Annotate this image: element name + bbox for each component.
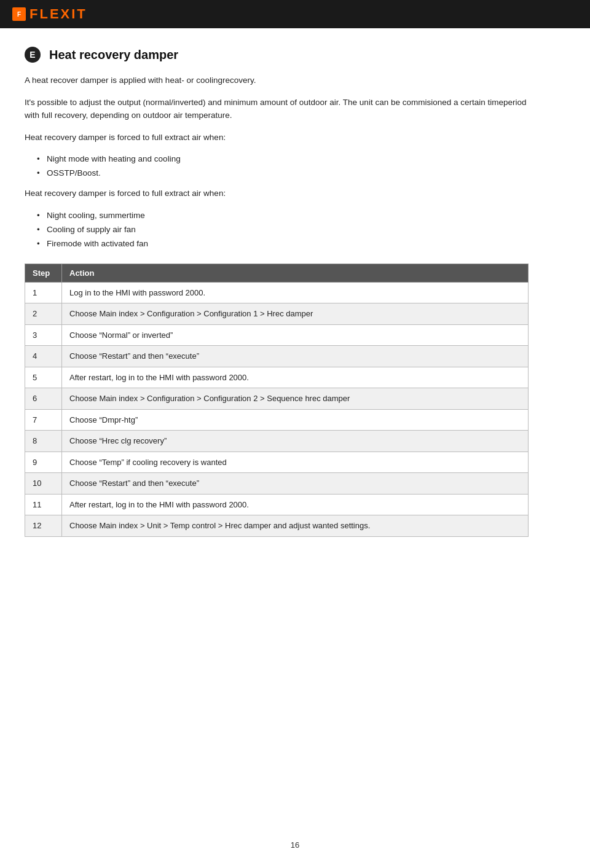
step-cell: 12 bbox=[25, 515, 62, 537]
action-cell: Choose “Restart” and then “execute” bbox=[62, 473, 529, 495]
table-row: 8Choose “Hrec clg recovery” bbox=[25, 431, 529, 452]
section-title: Heat recovery damper bbox=[49, 48, 178, 62]
logo-text: FLEXIT bbox=[30, 6, 87, 22]
step-cell: 7 bbox=[25, 409, 62, 431]
step-cell: 4 bbox=[25, 346, 62, 367]
step-cell: 9 bbox=[25, 452, 62, 473]
bullet-list-1: Night mode with heating and cooling OSST… bbox=[37, 152, 529, 181]
bullet-list-2: Night cooling, summertime Cooling of sup… bbox=[37, 209, 529, 251]
action-cell: Choose “Restart” and then “execute” bbox=[62, 346, 529, 367]
svg-text:F: F bbox=[17, 11, 21, 18]
step-cell: 3 bbox=[25, 324, 62, 346]
list-item: Night mode with heating and cooling bbox=[37, 152, 529, 166]
list-item: Night cooling, summertime bbox=[37, 209, 529, 223]
step-cell: 1 bbox=[25, 282, 62, 303]
action-cell: Choose “Normal” or inverted” bbox=[62, 324, 529, 346]
page-number: 16 bbox=[291, 840, 299, 850]
table-row: 3Choose “Normal” or inverted” bbox=[25, 324, 529, 346]
logo-icon: F bbox=[12, 7, 26, 21]
table-row: 2Choose Main index > Configuration > Con… bbox=[25, 303, 529, 325]
table-row: 5After restart, log in to the HMI with p… bbox=[25, 367, 529, 388]
col-step-header: Step bbox=[25, 264, 62, 282]
step-table: Step Action 1Log in to the HMI with pass… bbox=[25, 264, 529, 537]
para2: It's possible to adjust the output (norm… bbox=[25, 96, 529, 122]
col-action-header: Action bbox=[62, 264, 529, 282]
table-row: 6Choose Main index > Configuration > Con… bbox=[25, 388, 529, 410]
list-item: Cooling of supply air fan bbox=[37, 223, 529, 237]
step-cell: 11 bbox=[25, 494, 62, 515]
action-cell: Choose Main index > Configuration > Conf… bbox=[62, 388, 529, 410]
para3a: Heat recovery damper is forced to full e… bbox=[25, 131, 529, 144]
para3b: Heat recovery damper is forced to full e… bbox=[25, 187, 529, 200]
step-cell: 6 bbox=[25, 388, 62, 410]
table-row: 10Choose “Restart” and then “execute” bbox=[25, 473, 529, 495]
action-cell: Choose “Hrec clg recovery” bbox=[62, 431, 529, 452]
action-cell: Choose “Dmpr-htg” bbox=[62, 409, 529, 431]
table-row: 11After restart, log in to the HMI with … bbox=[25, 494, 529, 515]
action-cell: Log in to the HMI with password 2000. bbox=[62, 282, 529, 303]
step-cell: 8 bbox=[25, 431, 62, 452]
table-row: 9Choose “Temp” if cooling recovery is wa… bbox=[25, 452, 529, 473]
table-row: 4Choose “Restart” and then “execute” bbox=[25, 346, 529, 367]
action-cell: Choose Main index > Unit > Temp control … bbox=[62, 515, 529, 537]
step-cell: 2 bbox=[25, 303, 62, 325]
action-cell: Choose “Temp” if cooling recovery is wan… bbox=[62, 452, 529, 473]
para1: A heat recover damper is applied with he… bbox=[25, 74, 529, 87]
table-row: 1Log in to the HMI with password 2000. bbox=[25, 282, 529, 303]
action-cell: After restart, log in to the HMI with pa… bbox=[62, 367, 529, 388]
step-cell: 5 bbox=[25, 367, 62, 388]
list-item: Firemode with activated fan bbox=[37, 237, 529, 251]
action-cell: Choose Main index > Configuration > Conf… bbox=[62, 303, 529, 325]
list-item: OSSTP/Boost. bbox=[37, 166, 529, 181]
page-header: F FLEXIT bbox=[0, 0, 590, 28]
section-badge: E bbox=[25, 47, 41, 63]
section-title-row: E Heat recovery damper bbox=[25, 47, 529, 63]
logo: F FLEXIT bbox=[12, 6, 87, 22]
step-cell: 10 bbox=[25, 473, 62, 495]
main-content: E Heat recovery damper A heat recover da… bbox=[0, 28, 553, 574]
table-row: 12Choose Main index > Unit > Temp contro… bbox=[25, 515, 529, 537]
action-cell: After restart, log in to the HMI with pa… bbox=[62, 494, 529, 515]
table-row: 7Choose “Dmpr-htg” bbox=[25, 409, 529, 431]
